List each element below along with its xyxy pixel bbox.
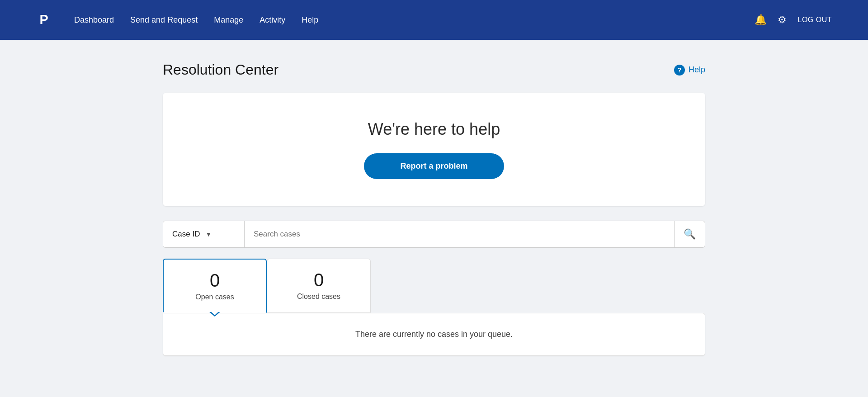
nav-right: 🔔 ⚙ LOG OUT	[755, 14, 832, 26]
empty-state: There are currently no cases in your que…	[163, 313, 705, 356]
logout-button[interactable]: LOG OUT	[797, 16, 832, 24]
closed-cases-label: Closed cases	[285, 293, 352, 301]
nav-link-activity[interactable]: Activity	[259, 15, 285, 25]
nav-left: P Dashboard Send and Request Manage Acti…	[36, 10, 318, 30]
open-cases-count: 0	[182, 270, 248, 290]
hero-card: We're here to help Report a problem	[163, 93, 705, 206]
search-icon: 🔍	[684, 228, 696, 240]
tab-open-cases[interactable]: 0 Open cases	[163, 259, 267, 313]
hero-title: We're here to help	[368, 120, 500, 139]
svg-text:P: P	[40, 12, 48, 27]
report-problem-button[interactable]: Report a problem	[364, 153, 504, 179]
page-title: Resolution Center	[163, 61, 278, 78]
main-content: Resolution Center ? Help We're here to h…	[154, 40, 714, 378]
empty-state-message: There are currently no cases in your que…	[181, 330, 687, 339]
tab-closed-cases[interactable]: 0 Closed cases	[267, 259, 371, 313]
search-button[interactable]: 🔍	[674, 221, 705, 247]
top-navigation: P Dashboard Send and Request Manage Acti…	[0, 0, 868, 40]
notification-icon[interactable]: 🔔	[755, 14, 767, 26]
help-link[interactable]: ? Help	[674, 65, 705, 76]
search-input[interactable]	[245, 230, 674, 239]
search-input-wrap	[245, 221, 674, 247]
cases-tabs: 0 Open cases 0 Closed cases	[163, 259, 705, 313]
search-dropdown-label: Case ID	[172, 230, 200, 239]
nav-link-manage[interactable]: Manage	[214, 15, 243, 25]
nav-link-help[interactable]: Help	[302, 15, 318, 25]
search-dropdown[interactable]: Case ID ▼	[163, 221, 245, 247]
closed-cases-count: 0	[285, 270, 352, 290]
help-link-label: Help	[689, 65, 705, 75]
help-circle-icon: ?	[674, 65, 685, 76]
paypal-logo[interactable]: P	[36, 10, 56, 30]
settings-icon[interactable]: ⚙	[778, 14, 787, 26]
search-bar: Case ID ▼ 🔍	[163, 221, 705, 248]
chevron-down-icon: ▼	[205, 231, 212, 238]
open-cases-label: Open cases	[182, 293, 248, 301]
page-header: Resolution Center ? Help	[163, 61, 705, 78]
nav-link-send-and-request[interactable]: Send and Request	[130, 15, 198, 25]
nav-link-dashboard[interactable]: Dashboard	[74, 15, 114, 25]
nav-links: Dashboard Send and Request Manage Activi…	[74, 15, 318, 25]
